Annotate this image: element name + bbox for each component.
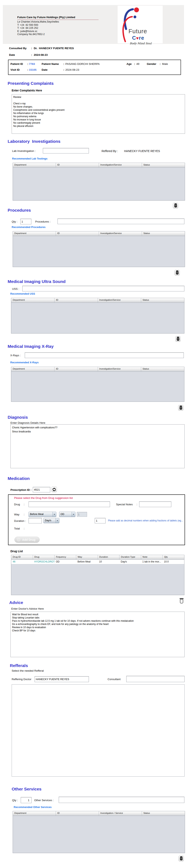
column-header: Investigation/Service (99, 163, 142, 167)
procedures-input[interactable] (58, 218, 184, 224)
drug-table-row[interactable]: 46 HYDROCHLOROT OD Before Meal 10 Day/s … (11, 560, 184, 564)
recommended-other-services-link[interactable]: Recommended Other Services (14, 806, 52, 809)
xray-delete-button[interactable] (178, 405, 183, 411)
drug-input[interactable] (29, 501, 110, 507)
drug-duration-type-cell: Day/s (119, 560, 141, 564)
drug-suggestion-warning: Please select the Drug from Drug suggess… (14, 496, 73, 499)
column-header: Status (142, 811, 185, 816)
xray-input[interactable] (25, 352, 184, 358)
frequency-select[interactable]: OD ▼ (59, 512, 75, 517)
logo-wordmark-future: Future (128, 28, 147, 35)
other-services-table-body (13, 816, 185, 853)
lab-referred-by-value: HANECKY FUENTE REYES (124, 149, 160, 153)
uss-table-header: Department ID Investigation/Service Stat… (11, 298, 184, 303)
lab-table: Department ID Investigation/Service Stat… (13, 163, 185, 200)
refresh-icon (52, 488, 56, 491)
recommended-lab-testings-link[interactable]: Recommended Lab Testings (12, 157, 47, 160)
company-email: E: jude@future.sc (17, 30, 59, 33)
lab-heading: Laboratory Investigations (8, 139, 61, 144)
diagnosis-textarea[interactable]: Chonic Hypertension with complications??… (10, 424, 185, 468)
uss-delete-button[interactable] (175, 336, 181, 342)
complaints-textarea[interactable]: Review Chest x-ray No bone changes. Cost… (12, 94, 185, 134)
column-header: Department (11, 367, 54, 371)
drug-list-delete-button[interactable] (179, 598, 184, 604)
column-header: Drug (33, 555, 55, 559)
special-notes-input[interactable] (139, 501, 171, 507)
logo-care-c: C (132, 35, 136, 41)
other-services-input[interactable] (59, 797, 184, 803)
duration-unit-select[interactable]: Day/s ▼ (43, 518, 59, 523)
chevron-down-icon: ▼ (72, 512, 75, 517)
refferals-heading: Refferals (10, 663, 28, 668)
column-header: Investigation/Service (99, 231, 142, 236)
lab-delete-button[interactable] (173, 203, 178, 209)
column-header: Investigation / Service (99, 811, 142, 816)
way-select[interactable]: Before Meal ▼ (29, 512, 56, 517)
duration-input[interactable] (29, 518, 42, 523)
other-services-qty-label: Qty : (12, 799, 18, 802)
procedures-input-label: Procedures : (35, 220, 51, 223)
column-header: Department (13, 163, 56, 167)
procedures-qty-input[interactable] (20, 219, 31, 224)
colon: : (27, 68, 28, 71)
logo-tagline: Body Mind Soul (130, 42, 152, 45)
logo-box: Future C♥re Body Mind Soul (118, 6, 163, 43)
add-drug-button[interactable]: + Add Drug (14, 537, 40, 543)
patient-id-label: Patient ID (10, 62, 23, 65)
company-name: Future Care by Future Holdings (Pty) Lim… (17, 16, 75, 19)
uss-table: Department ID Investigation/Service Stat… (11, 298, 184, 334)
trash-icon (174, 204, 177, 208)
column-header: Investigation/Service (98, 367, 141, 371)
uss-heading: Medical Imaging Ultra Sound (8, 279, 66, 284)
prescription-refresh-button[interactable] (51, 487, 57, 492)
trash-icon (176, 271, 179, 275)
frequency-select-value: OD (59, 512, 72, 517)
other-services-table: Department ID Investigation / Service St… (13, 811, 185, 853)
reffering-doctor-input[interactable] (35, 676, 89, 682)
advice-textarea[interactable]: Wait for Blood test result Stop taking L… (10, 612, 185, 657)
lab-investigation-input[interactable] (43, 148, 89, 153)
xray-table-header: Department ID Investigation/Service Stat… (11, 367, 184, 372)
procedures-qty-label: Qty : (12, 220, 17, 223)
column-header: Duration Type (119, 555, 141, 559)
fraction-input[interactable] (95, 518, 106, 523)
gender-value: Male (162, 62, 168, 65)
colon: : (63, 62, 64, 65)
procedures-delete-button[interactable] (175, 270, 180, 276)
colon: : (24, 527, 25, 530)
other-services-delete-button[interactable] (179, 856, 184, 861)
column-header: ID (54, 367, 98, 371)
drug-way-cell: Before Meal (76, 560, 98, 564)
diagnosis-sublabel: Enter Diagnosis Details Here (10, 421, 45, 424)
logo-wordmark-care: C♥re (132, 35, 144, 41)
consulted-by-value: Dr. HANECKY FUENTE REYES (34, 47, 74, 50)
uss-input[interactable] (22, 286, 184, 291)
gender-label: Gender (147, 62, 156, 65)
procedures-table-header: Department ID Investigation/Service Stat… (13, 231, 185, 236)
visit-date-label: Date (42, 68, 47, 71)
column-header: Way (76, 555, 98, 559)
colon: : (63, 68, 64, 71)
uss-table-body (11, 303, 184, 333)
recommended-uss-link[interactable]: Recommended USS (10, 292, 35, 295)
colon: : (24, 513, 25, 516)
way-qty-input[interactable] (77, 512, 87, 517)
total-label: Total (14, 527, 20, 530)
column-header: ID (56, 231, 99, 236)
patient-name-label: Patient Name (42, 62, 59, 65)
visit-id-value: 15105 (29, 68, 37, 71)
company-phone-1: T: +24 82 593 593 (17, 24, 59, 27)
consultant-input[interactable] (126, 676, 185, 682)
other-services-qty-input[interactable] (21, 797, 32, 803)
report-date-row: Date: 2024-08-23 (9, 53, 48, 57)
xray-table-body (11, 372, 184, 402)
medication-entry-panel: Please select the Drug from Drug suggess… (8, 494, 185, 545)
column-header: Investigation/Service (98, 298, 141, 303)
prescription-id-input[interactable] (33, 487, 50, 492)
recommended-xrays-link[interactable]: Recommended X-Rays (10, 361, 39, 364)
patient-info-box: Patient ID : 7783 Patient Name : PASANG … (8, 60, 181, 75)
advice-sublabel: Enter Doctor's Advice Here (11, 607, 44, 610)
column-header: Status (142, 231, 185, 236)
recommended-procedures-link[interactable]: Recommended Procedures (12, 225, 45, 228)
refferals-list-box[interactable] (12, 684, 185, 777)
